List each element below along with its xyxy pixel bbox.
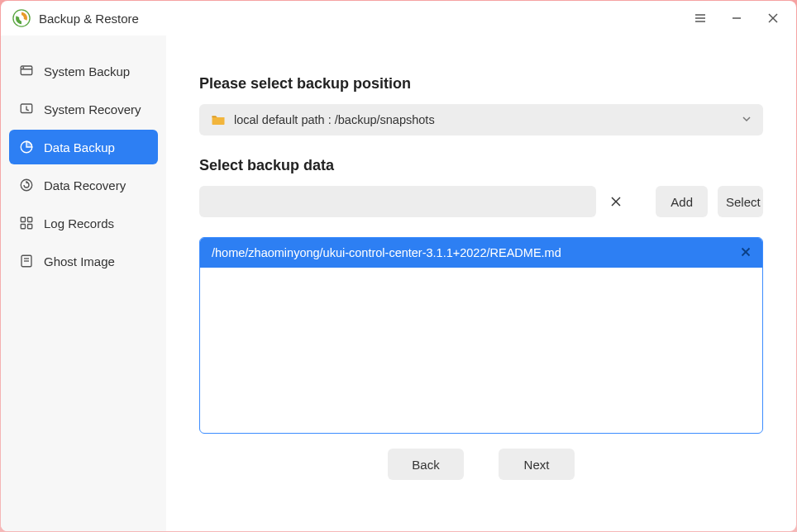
window: Backup & Restore System Backup xyxy=(1,1,796,531)
sidebar-item-label: System Backup xyxy=(44,64,130,78)
svg-rect-14 xyxy=(28,217,32,221)
file-list: /home/zhaominyong/ukui-control-center-3.… xyxy=(199,237,763,434)
sidebar-item-label: Data Recovery xyxy=(44,178,126,192)
sidebar-item-system-backup[interactable]: System Backup xyxy=(9,54,158,88)
window-controls xyxy=(689,7,785,30)
sidebar: System Backup System Recovery Data Backu… xyxy=(1,36,166,531)
svg-point-9 xyxy=(23,68,24,69)
section-title-data: Select backup data xyxy=(199,157,763,174)
back-button[interactable]: Back xyxy=(388,449,464,480)
menu-button[interactable] xyxy=(689,7,712,30)
log-icon xyxy=(19,216,34,230)
backup-icon xyxy=(19,64,34,78)
file-list-item[interactable]: /home/zhaominyong/ukui-control-center-3.… xyxy=(200,238,762,268)
svg-rect-16 xyxy=(28,225,32,229)
section-title-position: Please select backup position xyxy=(199,75,763,93)
select-button[interactable]: Select xyxy=(718,186,763,217)
sidebar-item-data-backup[interactable]: Data Backup xyxy=(9,130,158,164)
svg-rect-13 xyxy=(21,217,25,221)
sidebar-item-data-recovery[interactable]: Data Recovery xyxy=(9,168,158,202)
titlebar: Backup & Restore xyxy=(1,1,796,36)
ghost-icon xyxy=(19,254,34,268)
svg-rect-15 xyxy=(21,225,25,229)
backup-position-dropdown[interactable]: local default path : /backup/snapshots xyxy=(199,104,763,135)
input-row: Add Select xyxy=(199,186,763,217)
footer: Back Next xyxy=(199,434,763,495)
app-icon xyxy=(12,9,31,27)
close-button[interactable] xyxy=(761,7,785,30)
data-recovery-icon xyxy=(19,178,34,192)
minimize-button[interactable] xyxy=(725,7,748,30)
sidebar-item-label: Ghost Image xyxy=(44,254,115,268)
sidebar-item-label: System Recovery xyxy=(44,102,141,116)
sidebar-item-log-records[interactable]: Log Records xyxy=(9,206,158,240)
title-left: Backup & Restore xyxy=(12,9,139,27)
folder-icon xyxy=(211,113,226,126)
sidebar-item-label: Data Backup xyxy=(44,140,115,154)
app-title: Backup & Restore xyxy=(39,12,139,26)
recovery-icon xyxy=(19,102,34,116)
next-button[interactable]: Next xyxy=(499,449,575,480)
add-button[interactable]: Add xyxy=(656,186,708,217)
backup-path-input[interactable] xyxy=(199,186,596,217)
file-path: /home/zhaominyong/ukui-control-center-3.… xyxy=(212,246,561,259)
sidebar-item-ghost-image[interactable]: Ghost Image xyxy=(9,244,158,278)
body: System Backup System Recovery Data Backu… xyxy=(1,36,796,531)
clear-input-button[interactable] xyxy=(606,192,626,211)
chevron-down-icon xyxy=(742,112,752,127)
data-backup-icon xyxy=(19,140,34,154)
sidebar-item-system-recovery[interactable]: System Recovery xyxy=(9,92,158,126)
main-panel: Please select backup position local defa… xyxy=(166,36,796,531)
dropdown-text: local default path : /backup/snapshots xyxy=(234,113,435,126)
remove-file-button[interactable] xyxy=(741,246,751,259)
sidebar-item-label: Log Records xyxy=(44,216,114,230)
